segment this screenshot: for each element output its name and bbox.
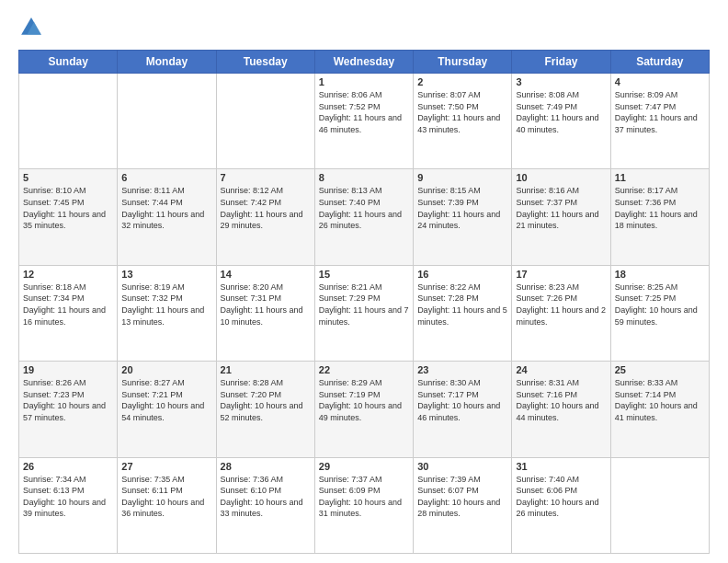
calendar-cell: 16Sunrise: 8:22 AM Sunset: 7:28 PM Dayli… (414, 265, 512, 361)
calendar-cell: 30Sunrise: 7:39 AM Sunset: 6:07 PM Dayli… (414, 457, 512, 553)
calendar-cell: 29Sunrise: 7:37 AM Sunset: 6:09 PM Dayli… (314, 457, 413, 553)
calendar-cell: 6Sunrise: 8:11 AM Sunset: 7:44 PM Daylig… (118, 169, 216, 265)
calendar-cell: 15Sunrise: 8:21 AM Sunset: 7:29 PM Dayli… (314, 265, 413, 361)
day-number: 19 (23, 364, 113, 375)
calendar-table: SundayMondayTuesdayWednesdayThursdayFrid… (18, 50, 710, 554)
day-number: 24 (516, 364, 606, 375)
day-info: Sunrise: 8:33 AM Sunset: 7:14 PM Dayligh… (615, 377, 705, 423)
day-info: Sunrise: 8:25 AM Sunset: 7:25 PM Dayligh… (615, 282, 705, 327)
day-number: 21 (221, 364, 311, 375)
calendar-cell: 31Sunrise: 7:40 AM Sunset: 6:06 PM Dayli… (512, 457, 610, 553)
day-number: 8 (319, 172, 409, 183)
day-info: Sunrise: 7:35 AM Sunset: 6:11 PM Dayligh… (121, 474, 211, 520)
day-number: 13 (121, 269, 211, 280)
day-info: Sunrise: 8:21 AM Sunset: 7:29 PM Dayligh… (319, 282, 409, 327)
day-info: Sunrise: 8:20 AM Sunset: 7:31 PM Dayligh… (221, 282, 311, 327)
calendar-body: 1Sunrise: 8:06 AM Sunset: 7:52 PM Daylig… (19, 74, 710, 554)
day-number: 12 (23, 269, 113, 280)
day-info: Sunrise: 7:34 AM Sunset: 6:13 PM Dayligh… (23, 474, 113, 520)
calendar-cell: 20Sunrise: 8:27 AM Sunset: 7:21 PM Dayli… (118, 362, 216, 457)
day-info: Sunrise: 7:39 AM Sunset: 6:07 PM Dayligh… (417, 474, 507, 520)
calendar-cell (610, 457, 709, 553)
logo (18, 15, 48, 40)
day-number: 31 (516, 461, 606, 472)
day-number: 27 (121, 461, 211, 472)
day-number: 16 (417, 269, 507, 280)
calendar-cell: 27Sunrise: 7:35 AM Sunset: 6:11 PM Dayli… (118, 457, 216, 553)
day-info: Sunrise: 7:40 AM Sunset: 6:06 PM Dayligh… (516, 474, 606, 520)
calendar-cell: 3Sunrise: 8:08 AM Sunset: 7:49 PM Daylig… (512, 74, 610, 169)
calendar-cell: 10Sunrise: 8:16 AM Sunset: 7:37 PM Dayli… (512, 169, 610, 265)
day-info: Sunrise: 8:26 AM Sunset: 7:23 PM Dayligh… (23, 377, 113, 423)
calendar-cell: 4Sunrise: 8:09 AM Sunset: 7:47 PM Daylig… (610, 74, 709, 169)
week-row-0: 1Sunrise: 8:06 AM Sunset: 7:52 PM Daylig… (19, 74, 710, 169)
day-info: Sunrise: 8:27 AM Sunset: 7:21 PM Dayligh… (121, 377, 211, 423)
day-number: 2 (417, 76, 507, 87)
calendar-cell: 22Sunrise: 8:29 AM Sunset: 7:19 PM Dayli… (314, 362, 413, 457)
day-number: 4 (615, 76, 705, 87)
day-info: Sunrise: 8:13 AM Sunset: 7:40 PM Dayligh… (319, 185, 409, 231)
header-friday: Friday (512, 51, 610, 74)
day-info: Sunrise: 8:06 AM Sunset: 7:52 PM Dayligh… (319, 89, 409, 135)
day-number: 11 (615, 172, 705, 183)
calendar-cell: 1Sunrise: 8:06 AM Sunset: 7:52 PM Daylig… (314, 74, 413, 169)
day-number: 3 (516, 76, 606, 87)
calendar-cell: 7Sunrise: 8:12 AM Sunset: 7:42 PM Daylig… (216, 169, 314, 265)
calendar-cell: 24Sunrise: 8:31 AM Sunset: 7:16 PM Dayli… (512, 362, 610, 457)
day-info: Sunrise: 8:30 AM Sunset: 7:17 PM Dayligh… (417, 377, 507, 423)
day-info: Sunrise: 8:17 AM Sunset: 7:36 PM Dayligh… (615, 185, 705, 231)
calendar-cell: 18Sunrise: 8:25 AM Sunset: 7:25 PM Dayli… (610, 265, 709, 361)
day-info: Sunrise: 8:12 AM Sunset: 7:42 PM Dayligh… (221, 185, 311, 231)
day-info: Sunrise: 8:07 AM Sunset: 7:50 PM Dayligh… (417, 89, 507, 135)
calendar-cell: 13Sunrise: 8:19 AM Sunset: 7:32 PM Dayli… (118, 265, 216, 361)
day-number: 20 (121, 364, 211, 375)
day-number: 29 (319, 461, 409, 472)
week-row-3: 19Sunrise: 8:26 AM Sunset: 7:23 PM Dayli… (19, 362, 710, 457)
day-info: Sunrise: 8:09 AM Sunset: 7:47 PM Dayligh… (615, 89, 705, 135)
calendar-cell: 28Sunrise: 7:36 AM Sunset: 6:10 PM Dayli… (216, 457, 314, 553)
day-info: Sunrise: 7:37 AM Sunset: 6:09 PM Dayligh… (319, 474, 409, 520)
header-saturday: Saturday (610, 51, 709, 74)
day-info: Sunrise: 8:16 AM Sunset: 7:37 PM Dayligh… (516, 185, 606, 231)
day-number: 28 (221, 461, 311, 472)
calendar-cell (216, 74, 314, 169)
day-info: Sunrise: 7:36 AM Sunset: 6:10 PM Dayligh… (221, 474, 311, 520)
header-row: SundayMondayTuesdayWednesdayThursdayFrid… (19, 51, 710, 74)
day-number: 30 (417, 461, 507, 472)
day-number: 1 (319, 76, 409, 87)
day-number: 10 (516, 172, 606, 183)
header-tuesday: Tuesday (216, 51, 314, 74)
calendar-cell: 23Sunrise: 8:30 AM Sunset: 7:17 PM Dayli… (414, 362, 512, 457)
day-number: 7 (221, 172, 311, 183)
day-number: 15 (319, 269, 409, 280)
day-number: 18 (615, 269, 705, 280)
day-number: 14 (221, 269, 311, 280)
week-row-1: 5Sunrise: 8:10 AM Sunset: 7:45 PM Daylig… (19, 169, 710, 265)
header-thursday: Thursday (414, 51, 512, 74)
logo-icon (18, 15, 44, 40)
day-info: Sunrise: 8:19 AM Sunset: 7:32 PM Dayligh… (121, 282, 211, 327)
day-number: 23 (417, 364, 507, 375)
calendar-cell (118, 74, 216, 169)
day-number: 6 (121, 172, 211, 183)
calendar-cell: 5Sunrise: 8:10 AM Sunset: 7:45 PM Daylig… (19, 169, 118, 265)
calendar-header: SundayMondayTuesdayWednesdayThursdayFrid… (19, 51, 710, 74)
calendar-cell: 12Sunrise: 8:18 AM Sunset: 7:34 PM Dayli… (19, 265, 118, 361)
day-info: Sunrise: 8:23 AM Sunset: 7:26 PM Dayligh… (516, 282, 606, 327)
week-row-4: 26Sunrise: 7:34 AM Sunset: 6:13 PM Dayli… (19, 457, 710, 553)
day-info: Sunrise: 8:10 AM Sunset: 7:45 PM Dayligh… (23, 185, 113, 231)
day-number: 26 (23, 461, 113, 472)
day-number: 22 (319, 364, 409, 375)
day-info: Sunrise: 8:22 AM Sunset: 7:28 PM Dayligh… (417, 282, 507, 327)
calendar-cell: 14Sunrise: 8:20 AM Sunset: 7:31 PM Dayli… (216, 265, 314, 361)
header (18, 15, 710, 40)
day-info: Sunrise: 8:31 AM Sunset: 7:16 PM Dayligh… (516, 377, 606, 423)
day-info: Sunrise: 8:08 AM Sunset: 7:49 PM Dayligh… (516, 89, 606, 135)
page: SundayMondayTuesdayWednesdayThursdayFrid… (0, 0, 728, 563)
day-info: Sunrise: 8:18 AM Sunset: 7:34 PM Dayligh… (23, 282, 113, 327)
day-number: 5 (23, 172, 113, 183)
calendar-cell: 17Sunrise: 8:23 AM Sunset: 7:26 PM Dayli… (512, 265, 610, 361)
header-monday: Monday (118, 51, 216, 74)
calendar-cell: 11Sunrise: 8:17 AM Sunset: 7:36 PM Dayli… (610, 169, 709, 265)
header-wednesday: Wednesday (314, 51, 413, 74)
